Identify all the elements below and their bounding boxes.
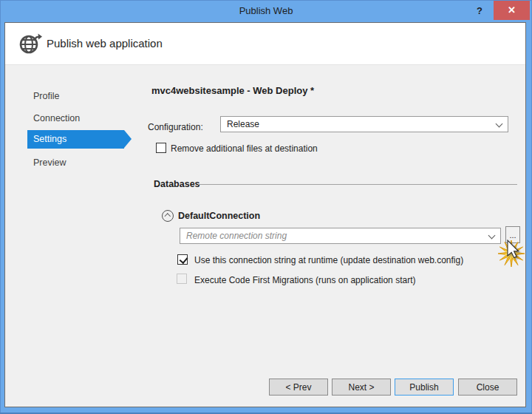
browse-button[interactable]: ... xyxy=(505,226,520,243)
starburst-inner xyxy=(503,245,519,261)
window-title: Publish Web xyxy=(0,0,532,21)
connection-string-placeholder: Remote connection string xyxy=(186,228,287,243)
collapse-up-icon[interactable] xyxy=(162,210,174,222)
configuration-dropdown[interactable]: Release xyxy=(220,116,508,132)
prev-button[interactable]: < Prev xyxy=(269,379,328,396)
configuration-label: Configuration: xyxy=(148,122,203,132)
databases-section-heading: Databases xyxy=(154,179,200,189)
page-title: Publish web application xyxy=(47,37,163,50)
sidebar-item-settings-label: Settings xyxy=(33,130,66,149)
publish-web-dialog: { "window": { "title": "Publish Web", "h… xyxy=(0,0,532,414)
next-button[interactable]: Next > xyxy=(332,379,391,396)
dialog-body: Publish web application Profile Connecti… xyxy=(4,22,526,407)
sidebar-item-profile[interactable]: Profile xyxy=(33,91,59,101)
publish-button[interactable]: Publish xyxy=(395,379,454,396)
runtime-checkbox-label: Use this connection string at runtime (u… xyxy=(194,255,463,265)
migrations-checkbox-label: Execute Code First Migrations (runs on a… xyxy=(194,275,415,285)
sidebar-item-preview[interactable]: Preview xyxy=(33,157,66,168)
connection-name: DefaultConnection xyxy=(178,211,260,221)
sidebar-item-connection[interactable]: Connection xyxy=(33,113,80,123)
remove-files-checkbox[interactable] xyxy=(156,143,166,153)
close-icon[interactable]: ✕ xyxy=(494,1,530,20)
selected-arrow xyxy=(124,130,132,148)
titlebar[interactable]: Publish Web ? ✕ xyxy=(0,0,532,22)
configuration-value: Release xyxy=(227,117,259,132)
close-button[interactable]: Close xyxy=(458,379,517,396)
connection-string-combobox[interactable]: Remote connection string xyxy=(180,228,501,244)
starburst xyxy=(498,240,525,267)
runtime-checkbox[interactable] xyxy=(177,254,188,265)
profile-heading: mvc4websitesample - Web Deploy * xyxy=(151,85,314,96)
help-icon[interactable]: ? xyxy=(474,1,485,21)
section-divider xyxy=(198,184,517,185)
sidebar-item-settings[interactable]: Settings xyxy=(27,130,124,149)
remove-files-label: Remove additional files at destination xyxy=(171,143,318,154)
globe-publish-icon xyxy=(18,32,42,55)
chevron-down-icon xyxy=(488,232,496,240)
dialog-header: Publish web application xyxy=(5,23,525,65)
migrations-checkbox xyxy=(177,274,187,284)
chevron-down-icon xyxy=(496,121,503,128)
